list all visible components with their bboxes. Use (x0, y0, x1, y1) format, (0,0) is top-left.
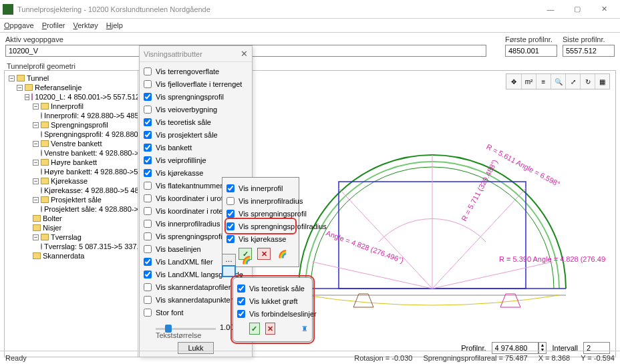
popup2-row-1[interactable]: Vis lukket grøft (237, 295, 308, 307)
popup2-checkbox-0[interactable] (237, 285, 245, 293)
tree-kjorekasse-h[interactable]: Kjørekasse (51, 177, 88, 185)
popup1-row-2[interactable]: Vis sprengningsprofil (226, 207, 295, 220)
dlg-checkbox-12[interactable] (144, 220, 152, 228)
popup2-cancel[interactable]: ✕ (265, 323, 276, 335)
tree-hbank-h[interactable]: Høyre bankett (51, 158, 97, 166)
dlg-checkbox-10[interactable] (144, 194, 152, 202)
dlg-checkbox-13[interactable] (144, 232, 152, 240)
dlg-label-15: Vis LandXML filer (156, 258, 213, 266)
status-bar: Ready Rotasjon = -0.030 Sprengningsprofi… (0, 351, 620, 364)
popup1-checkbox-4[interactable] (226, 235, 235, 243)
status-spreng: Sprengningsprofilareal = 75.487 (423, 354, 527, 362)
dlg-item-6[interactable]: Vis bankett (144, 141, 248, 154)
tree-nisjer[interactable]: Nisjer (43, 224, 61, 232)
tree-skannerdata[interactable]: Skannerdata (43, 252, 84, 260)
dlg-item-1[interactable]: Vis fjelloverflate i terrenget (144, 77, 248, 90)
dlg-item-2[interactable]: Vis sprengningsprofil (144, 90, 248, 103)
dlg-checkbox-4[interactable] (144, 118, 152, 126)
popup1-row-0[interactable]: Vis innerprofil (226, 182, 295, 194)
dlg-checkbox-7[interactable] (144, 156, 152, 164)
tb-grid-icon[interactable]: ▦ (595, 74, 609, 89)
tree-tverrslag-h[interactable]: Tverrslag (51, 233, 82, 241)
tree-vbank[interactable]: Venstre bankett: 4 928.880->5 485 (44, 149, 138, 157)
popup1-row-1[interactable]: Vis innerprofilradius (226, 194, 295, 207)
dlg-checkbox-2[interactable] (144, 93, 152, 101)
profilnr-up[interactable]: ▲ (539, 343, 547, 347)
svg-text:R = 5.711 (329.488°): R = 5.711 (329.488°) (460, 158, 499, 222)
popup2-ok[interactable]: ✓ (249, 323, 260, 335)
popup1-row-4[interactable]: Vis kjørekasse (226, 232, 295, 245)
tb-pan-icon[interactable]: ✥ (506, 74, 521, 89)
dlg-checkbox-19[interactable] (144, 309, 152, 317)
popup2-checkbox-2[interactable] (237, 310, 245, 318)
tb-refresh-icon[interactable]: ↻ (580, 74, 595, 89)
tree-inner[interactable]: Innerprofil: 4 928.880->5 485.220 (44, 112, 138, 120)
dialog-close-icon[interactable]: ✕ (241, 49, 248, 59)
popup2-checkbox-1[interactable] (237, 297, 245, 305)
tree-spreng-h[interactable]: Sprengningsprofil (51, 121, 108, 129)
popup1-checkbox-3[interactable] (226, 222, 235, 230)
menu-hjelp[interactable]: Hjelp (106, 21, 123, 29)
popup2-row-2[interactable]: Vis forbindelseslinjer (237, 307, 308, 320)
forste-input[interactable] (505, 45, 557, 57)
dlg-checkbox-3[interactable] (144, 106, 152, 114)
dlg-label-9: Vis flatekantnummer (156, 182, 222, 190)
maximize-button[interactable]: ▢ (564, 2, 591, 17)
tree-prosj[interactable]: Prosjektert såle: 4 928.880->5 485 (44, 205, 138, 213)
popup1-checkbox-2[interactable] (226, 210, 235, 218)
popup2-row-0[interactable]: Vis teoretisk såle (237, 282, 308, 295)
dlg-checkbox-9[interactable] (144, 182, 152, 190)
popup2-label-2: Vis forbindelseslinjer (249, 310, 317, 318)
tb-zoom-icon[interactable]: 🔍 (551, 74, 565, 89)
minimize-button[interactable]: — (537, 2, 564, 17)
tree-refline[interactable]: Referanselinje (35, 83, 82, 92)
tree-bolter[interactable]: Bolter (43, 214, 62, 222)
tree-view[interactable]: −Tunnel −Referanselinje −10200_L: 4 850.… (5, 71, 138, 357)
dlg-item-7[interactable]: Vis veiprofillinje (144, 154, 248, 166)
rainbow-button[interactable]: 🌈 (240, 254, 253, 266)
dlg-checkbox-8[interactable] (144, 169, 152, 177)
dlg-checkbox-16[interactable] (144, 270, 152, 279)
popup1-color-icon[interactable]: 🌈 (276, 248, 289, 260)
dlg-checkbox-11[interactable] (144, 207, 152, 215)
dlg-label-1: Vis fjelloverflate i terrenget (156, 80, 242, 88)
tree-inner-h[interactable]: Innerprofil (51, 102, 84, 110)
tb-layers-icon[interactable]: ≡ (536, 74, 551, 89)
active-task-row: Aktiv vegoppgave Første profilnr. Siste … (0, 32, 620, 59)
dlg-checkbox-15[interactable] (144, 258, 152, 266)
dlg-item-3[interactable]: Vis veioverbygning (144, 103, 248, 116)
tree-root[interactable]: Tunnel (27, 74, 49, 82)
menu-oppgave[interactable]: OOppgaveppgave (4, 21, 34, 29)
tree-prosj-h[interactable]: Prosjektert såle (51, 196, 102, 204)
tree-spreng[interactable]: Sprengningsprofil: 4 928.880->5 485 (44, 130, 138, 138)
popup1-checkbox-1[interactable] (226, 197, 235, 205)
tree-tverrslag[interactable]: Tverrslag: 5 087.315->5 337.240 (44, 242, 138, 250)
dlg-item-5[interactable]: Vis prosjektert såle (144, 128, 248, 141)
ellipsis-button[interactable]: … (222, 254, 236, 266)
dlg-checkbox-17[interactable] (144, 283, 152, 291)
dlg-checkbox-14[interactable] (144, 245, 152, 253)
tb-zoom-extent-icon[interactable]: ⤢ (565, 74, 580, 89)
dlg-checkbox-18[interactable] (144, 296, 152, 304)
dlg-checkbox-5[interactable] (144, 131, 152, 139)
dlg-checkbox-0[interactable] (144, 67, 152, 75)
siste-input[interactable] (563, 45, 615, 57)
close-button[interactable]: ✕ (591, 2, 617, 17)
popup1-cancel[interactable]: ✕ (257, 248, 271, 260)
dlg-checkbox-6[interactable] (144, 144, 152, 152)
tree-vbank-h[interactable]: Venstre bankett (51, 140, 102, 148)
tb-measure-icon[interactable]: m² (521, 74, 536, 89)
popup2-reset-icon[interactable]: ♜ (301, 325, 308, 333)
dlg-checkbox-1[interactable] (144, 80, 152, 88)
tree-profile[interactable]: 10200_L: 4 850.001->5 557.512 (35, 93, 138, 101)
blue-square-button[interactable] (222, 265, 236, 277)
popup1-row-3[interactable]: Vis sprengningsprofilradius (226, 220, 295, 232)
dlg-item-0[interactable]: Vis terrengoverflate (144, 65, 248, 77)
menu-verktoy[interactable]: Verktøy (73, 21, 98, 29)
menu-profiler[interactable]: Profiler (42, 21, 65, 29)
dlg-item-4[interactable]: Vis teoretisk såle (144, 116, 248, 128)
popup1-checkbox-0[interactable] (226, 184, 235, 192)
tree-kjorekasse[interactable]: Kjørekasse: 4 928.880->5 485.220 (44, 186, 138, 194)
text-size-slider[interactable] (156, 328, 216, 330)
tree-hbank[interactable]: Høyre bankett: 4 928.880->5 485.22 (44, 168, 138, 176)
